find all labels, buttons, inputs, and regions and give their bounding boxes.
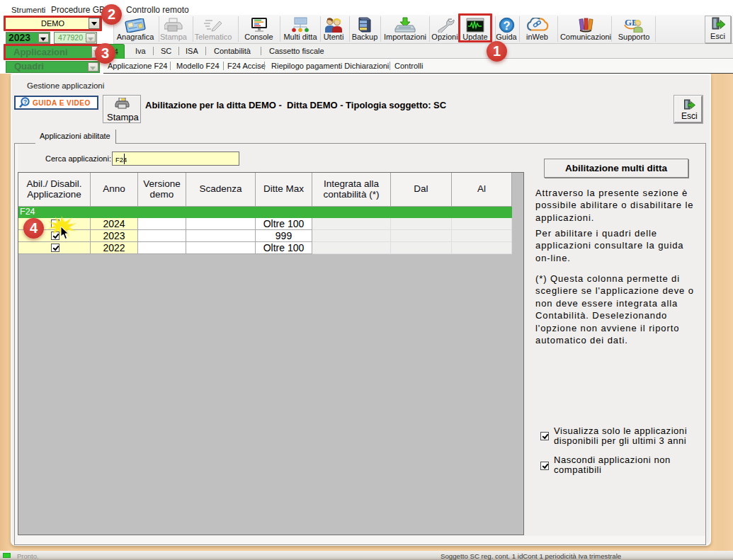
svg-text:?: ? <box>23 98 27 105</box>
svg-text:?: ? <box>503 19 510 32</box>
